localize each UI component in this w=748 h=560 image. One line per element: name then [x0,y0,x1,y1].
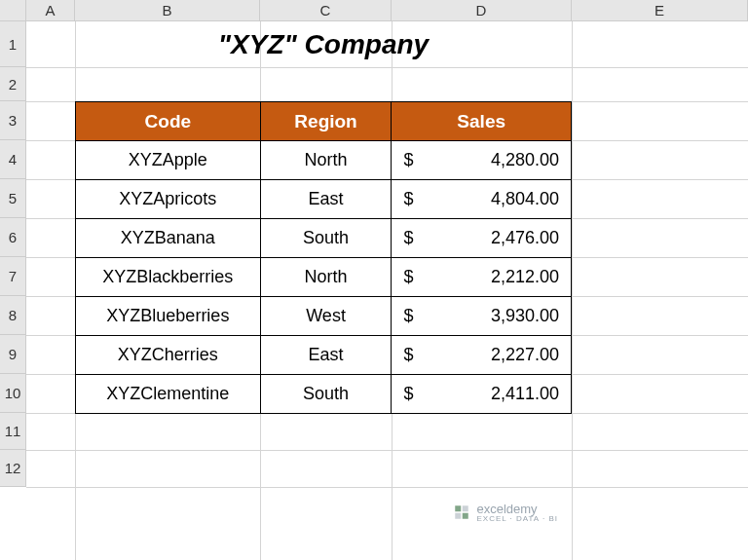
svg-rect-0 [456,505,462,511]
cell-region[interactable]: North [260,258,392,297]
watermark-icon [453,504,470,521]
header-region[interactable]: Region [260,102,392,141]
row-header-10[interactable]: 10 [0,374,26,413]
cell-code[interactable]: XYZApple [76,141,261,180]
watermark: exceldemy EXCEL · DATA · BI [453,502,558,523]
cell-sales[interactable]: $2,227.00 [392,336,572,375]
table-row: XYZBlackberriesNorth$2,212.00 [76,258,572,297]
cell-code[interactable]: XYZBlueberries [76,297,261,336]
watermark-tagline: EXCEL · DATA · BI [476,514,558,523]
col-header-A[interactable]: A [26,0,75,21]
row-header-5[interactable]: 5 [0,179,26,218]
sheet-area: "XYZ" Company Code Region Sales XYZApple… [26,21,748,560]
sales-amount: 2,212.00 [491,267,559,287]
cell-sales[interactable]: $2,212.00 [392,258,572,297]
data-table: Code Region Sales XYZAppleNorth$4,280.00… [75,101,572,414]
sheet-title[interactable]: "XYZ" Company [75,21,572,67]
cell-code[interactable]: XYZApricots [76,180,261,219]
currency-symbol: $ [403,228,413,248]
row-header-3[interactable]: 3 [0,101,26,140]
cell-code[interactable]: XYZBanana [76,219,261,258]
select-all-corner[interactable] [0,0,26,21]
table-row: XYZApricotsEast$4,804.00 [76,180,572,219]
table-row: XYZAppleNorth$4,280.00 [76,141,572,180]
table-row: XYZClementineSouth$2,411.00 [76,375,572,414]
table-row: XYZBananaSouth$2,476.00 [76,219,572,258]
sales-amount: 3,930.00 [491,306,559,326]
col-header-C[interactable]: C [260,0,392,21]
cell-sales[interactable]: $4,804.00 [392,180,572,219]
cell-region[interactable]: South [260,375,392,414]
cell-region[interactable]: South [260,219,392,258]
sales-amount: 2,476.00 [491,228,559,248]
currency-symbol: $ [403,189,413,209]
col-header-D[interactable]: D [392,0,572,21]
row-header-8[interactable]: 8 [0,296,26,335]
row-header-9[interactable]: 9 [0,335,26,374]
row-header-7[interactable]: 7 [0,257,26,296]
cell-sales[interactable]: $3,930.00 [392,297,572,336]
row-header-4[interactable]: 4 [0,140,26,179]
currency-symbol: $ [403,150,413,170]
svg-rect-2 [456,513,462,519]
col-header-E[interactable]: E [572,0,748,21]
currency-symbol: $ [403,267,413,287]
row-headers: 123456789101112 [0,21,26,487]
svg-rect-1 [463,505,468,511]
cell-sales[interactable]: $2,411.00 [392,375,572,414]
col-header-B[interactable]: B [75,0,260,21]
cell-region[interactable]: East [260,180,392,219]
table-header-row: Code Region Sales [76,102,572,141]
cell-sales[interactable]: $2,476.00 [392,219,572,258]
currency-symbol: $ [403,384,413,404]
table-row: XYZBlueberriesWest$3,930.00 [76,297,572,336]
sales-amount: 4,280.00 [491,150,559,170]
currency-symbol: $ [403,306,413,326]
sales-amount: 4,804.00 [491,189,559,209]
cell-sales[interactable]: $4,280.00 [392,141,572,180]
header-code[interactable]: Code [76,102,261,141]
row-header-2[interactable]: 2 [0,67,26,101]
cell-region[interactable]: West [260,297,392,336]
cell-region[interactable]: North [260,141,392,180]
cell-region[interactable]: East [260,336,392,375]
svg-rect-3 [463,513,468,519]
row-header-1[interactable]: 1 [0,21,26,67]
cell-code[interactable]: XYZClementine [76,375,261,414]
currency-symbol: $ [403,345,413,365]
table-row: XYZCherriesEast$2,227.00 [76,336,572,375]
cell-code[interactable]: XYZCherries [76,336,261,375]
header-sales[interactable]: Sales [392,102,572,141]
watermark-text: exceldemy EXCEL · DATA · BI [476,502,558,523]
sales-amount: 2,227.00 [491,345,559,365]
row-header-6[interactable]: 6 [0,218,26,257]
column-headers: A B C D E [26,0,748,21]
cell-code[interactable]: XYZBlackberries [76,258,261,297]
row-header-12[interactable]: 12 [0,450,26,487]
row-header-11[interactable]: 11 [0,413,26,450]
sales-amount: 2,411.00 [491,384,559,404]
